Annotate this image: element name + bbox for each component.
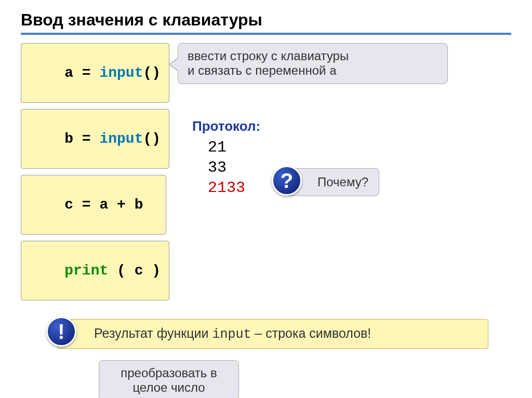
question-text: Почему? <box>317 175 368 189</box>
exclamation-icon: ! <box>46 317 76 347</box>
question-callout: ? Почему? <box>286 168 379 196</box>
equals: = <box>73 65 99 81</box>
parens: () <box>143 131 161 147</box>
convert-line1: преобразовать в <box>109 366 229 380</box>
callout-explain-input: ввести строку с клавиатуры и связать с п… <box>178 43 448 84</box>
var-a: a <box>64 65 73 81</box>
func-print: print <box>64 263 108 279</box>
page-title: Ввод значения с клавиатуры <box>21 10 511 30</box>
callout-line2-pre: и связать с переменной <box>188 63 329 77</box>
exclaim-pre: Результат функции <box>94 326 212 340</box>
code-line-4: print ( c ) <box>21 241 169 300</box>
convert-line2: целое число <box>109 380 229 395</box>
callout-line2: и связать с переменной a <box>188 63 438 78</box>
question-mark-icon: ? <box>272 166 302 196</box>
var-b: b <box>64 131 73 147</box>
code-line-3: c = a + b <box>21 175 166 235</box>
protocol-value-3: 2133 <box>208 178 260 198</box>
exclaim-post: – строка символов! <box>251 326 371 340</box>
protocol-area: Протокол: 21 33 2133 <box>192 118 260 198</box>
parens: () <box>143 65 161 81</box>
protocol-value-1: 21 <box>208 138 260 158</box>
callout-line1: ввести строку с клавиатуры <box>188 49 438 63</box>
func-input: input <box>99 131 143 147</box>
callout-line2-var: a <box>329 64 337 78</box>
func-input: input <box>99 65 143 81</box>
exclaim-func: input <box>212 327 251 342</box>
protocol-value-2: 33 <box>208 158 260 178</box>
equals: = <box>73 131 99 147</box>
convert-callout: преобразовать в целое число <box>99 360 239 398</box>
code-line-2: b = input() <box>21 109 169 169</box>
title-underline <box>21 33 511 35</box>
print-args: ( c ) <box>108 263 161 279</box>
code-line-1: a = input() <box>21 43 169 103</box>
exclaim-callout: ! Результат функции input – строка симво… <box>57 319 488 349</box>
expr-cab: c = a + b <box>64 197 143 213</box>
protocol-title: Протокол: <box>192 118 260 134</box>
